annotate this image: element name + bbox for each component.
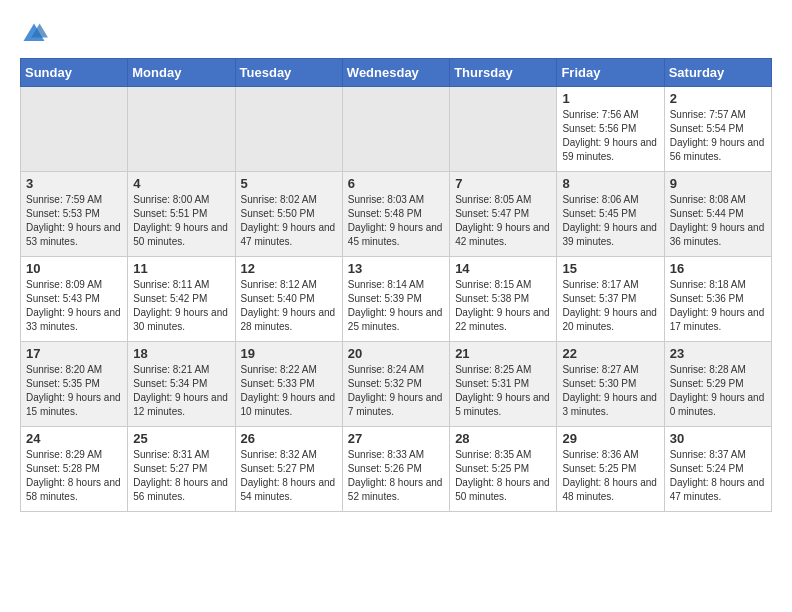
day-cell: 19Sunrise: 8:22 AMSunset: 5:33 PMDayligh… bbox=[235, 342, 342, 427]
day-cell: 10Sunrise: 8:09 AMSunset: 5:43 PMDayligh… bbox=[21, 257, 128, 342]
day-number: 10 bbox=[26, 261, 122, 276]
header-wednesday: Wednesday bbox=[342, 59, 449, 87]
week-row-3: 10Sunrise: 8:09 AMSunset: 5:43 PMDayligh… bbox=[21, 257, 772, 342]
day-info: Sunrise: 7:57 AMSunset: 5:54 PMDaylight:… bbox=[670, 109, 765, 162]
day-number: 27 bbox=[348, 431, 444, 446]
header-sunday: Sunday bbox=[21, 59, 128, 87]
day-cell bbox=[342, 87, 449, 172]
day-info: Sunrise: 8:29 AMSunset: 5:28 PMDaylight:… bbox=[26, 449, 121, 502]
day-cell: 2Sunrise: 7:57 AMSunset: 5:54 PMDaylight… bbox=[664, 87, 771, 172]
week-row-5: 24Sunrise: 8:29 AMSunset: 5:28 PMDayligh… bbox=[21, 427, 772, 512]
day-cell: 23Sunrise: 8:28 AMSunset: 5:29 PMDayligh… bbox=[664, 342, 771, 427]
day-number: 30 bbox=[670, 431, 766, 446]
logo bbox=[20, 20, 52, 48]
day-number: 1 bbox=[562, 91, 658, 106]
day-info: Sunrise: 8:22 AMSunset: 5:33 PMDaylight:… bbox=[241, 364, 336, 417]
day-info: Sunrise: 8:32 AMSunset: 5:27 PMDaylight:… bbox=[241, 449, 336, 502]
day-cell: 4Sunrise: 8:00 AMSunset: 5:51 PMDaylight… bbox=[128, 172, 235, 257]
day-cell: 16Sunrise: 8:18 AMSunset: 5:36 PMDayligh… bbox=[664, 257, 771, 342]
day-cell bbox=[235, 87, 342, 172]
day-number: 26 bbox=[241, 431, 337, 446]
day-cell: 12Sunrise: 8:12 AMSunset: 5:40 PMDayligh… bbox=[235, 257, 342, 342]
day-cell bbox=[128, 87, 235, 172]
week-row-2: 3Sunrise: 7:59 AMSunset: 5:53 PMDaylight… bbox=[21, 172, 772, 257]
day-number: 3 bbox=[26, 176, 122, 191]
day-number: 29 bbox=[562, 431, 658, 446]
week-row-4: 17Sunrise: 8:20 AMSunset: 5:35 PMDayligh… bbox=[21, 342, 772, 427]
header-thursday: Thursday bbox=[450, 59, 557, 87]
day-cell: 17Sunrise: 8:20 AMSunset: 5:35 PMDayligh… bbox=[21, 342, 128, 427]
day-cell: 8Sunrise: 8:06 AMSunset: 5:45 PMDaylight… bbox=[557, 172, 664, 257]
day-info: Sunrise: 8:14 AMSunset: 5:39 PMDaylight:… bbox=[348, 279, 443, 332]
day-info: Sunrise: 8:05 AMSunset: 5:47 PMDaylight:… bbox=[455, 194, 550, 247]
day-info: Sunrise: 8:27 AMSunset: 5:30 PMDaylight:… bbox=[562, 364, 657, 417]
day-number: 17 bbox=[26, 346, 122, 361]
day-cell: 25Sunrise: 8:31 AMSunset: 5:27 PMDayligh… bbox=[128, 427, 235, 512]
day-info: Sunrise: 8:12 AMSunset: 5:40 PMDaylight:… bbox=[241, 279, 336, 332]
day-number: 2 bbox=[670, 91, 766, 106]
day-number: 12 bbox=[241, 261, 337, 276]
day-info: Sunrise: 7:59 AMSunset: 5:53 PMDaylight:… bbox=[26, 194, 121, 247]
day-cell: 5Sunrise: 8:02 AMSunset: 5:50 PMDaylight… bbox=[235, 172, 342, 257]
day-cell bbox=[450, 87, 557, 172]
header-monday: Monday bbox=[128, 59, 235, 87]
day-info: Sunrise: 8:24 AMSunset: 5:32 PMDaylight:… bbox=[348, 364, 443, 417]
day-info: Sunrise: 8:03 AMSunset: 5:48 PMDaylight:… bbox=[348, 194, 443, 247]
day-info: Sunrise: 8:37 AMSunset: 5:24 PMDaylight:… bbox=[670, 449, 765, 502]
day-info: Sunrise: 8:35 AMSunset: 5:25 PMDaylight:… bbox=[455, 449, 550, 502]
day-number: 18 bbox=[133, 346, 229, 361]
day-number: 23 bbox=[670, 346, 766, 361]
day-info: Sunrise: 8:28 AMSunset: 5:29 PMDaylight:… bbox=[670, 364, 765, 417]
day-info: Sunrise: 8:25 AMSunset: 5:31 PMDaylight:… bbox=[455, 364, 550, 417]
day-cell: 6Sunrise: 8:03 AMSunset: 5:48 PMDaylight… bbox=[342, 172, 449, 257]
day-cell: 13Sunrise: 8:14 AMSunset: 5:39 PMDayligh… bbox=[342, 257, 449, 342]
day-info: Sunrise: 8:21 AMSunset: 5:34 PMDaylight:… bbox=[133, 364, 228, 417]
day-cell: 18Sunrise: 8:21 AMSunset: 5:34 PMDayligh… bbox=[128, 342, 235, 427]
day-number: 19 bbox=[241, 346, 337, 361]
logo-icon bbox=[20, 20, 48, 48]
day-cell: 7Sunrise: 8:05 AMSunset: 5:47 PMDaylight… bbox=[450, 172, 557, 257]
day-number: 28 bbox=[455, 431, 551, 446]
day-cell: 3Sunrise: 7:59 AMSunset: 5:53 PMDaylight… bbox=[21, 172, 128, 257]
day-cell: 24Sunrise: 8:29 AMSunset: 5:28 PMDayligh… bbox=[21, 427, 128, 512]
day-cell: 28Sunrise: 8:35 AMSunset: 5:25 PMDayligh… bbox=[450, 427, 557, 512]
day-number: 14 bbox=[455, 261, 551, 276]
day-info: Sunrise: 8:15 AMSunset: 5:38 PMDaylight:… bbox=[455, 279, 550, 332]
day-cell: 26Sunrise: 8:32 AMSunset: 5:27 PMDayligh… bbox=[235, 427, 342, 512]
day-info: Sunrise: 8:08 AMSunset: 5:44 PMDaylight:… bbox=[670, 194, 765, 247]
header-tuesday: Tuesday bbox=[235, 59, 342, 87]
day-number: 9 bbox=[670, 176, 766, 191]
day-info: Sunrise: 8:02 AMSunset: 5:50 PMDaylight:… bbox=[241, 194, 336, 247]
day-number: 24 bbox=[26, 431, 122, 446]
day-number: 4 bbox=[133, 176, 229, 191]
day-cell: 21Sunrise: 8:25 AMSunset: 5:31 PMDayligh… bbox=[450, 342, 557, 427]
day-info: Sunrise: 8:06 AMSunset: 5:45 PMDaylight:… bbox=[562, 194, 657, 247]
week-row-1: 1Sunrise: 7:56 AMSunset: 5:56 PMDaylight… bbox=[21, 87, 772, 172]
day-info: Sunrise: 8:36 AMSunset: 5:25 PMDaylight:… bbox=[562, 449, 657, 502]
header-row: SundayMondayTuesdayWednesdayThursdayFrid… bbox=[21, 59, 772, 87]
day-number: 13 bbox=[348, 261, 444, 276]
day-number: 6 bbox=[348, 176, 444, 191]
day-number: 16 bbox=[670, 261, 766, 276]
day-cell: 14Sunrise: 8:15 AMSunset: 5:38 PMDayligh… bbox=[450, 257, 557, 342]
day-number: 5 bbox=[241, 176, 337, 191]
day-info: Sunrise: 8:11 AMSunset: 5:42 PMDaylight:… bbox=[133, 279, 228, 332]
day-number: 25 bbox=[133, 431, 229, 446]
day-cell: 11Sunrise: 8:11 AMSunset: 5:42 PMDayligh… bbox=[128, 257, 235, 342]
day-cell: 1Sunrise: 7:56 AMSunset: 5:56 PMDaylight… bbox=[557, 87, 664, 172]
day-info: Sunrise: 8:20 AMSunset: 5:35 PMDaylight:… bbox=[26, 364, 121, 417]
day-info: Sunrise: 8:09 AMSunset: 5:43 PMDaylight:… bbox=[26, 279, 121, 332]
day-number: 7 bbox=[455, 176, 551, 191]
day-cell: 15Sunrise: 8:17 AMSunset: 5:37 PMDayligh… bbox=[557, 257, 664, 342]
header bbox=[20, 20, 772, 48]
day-cell bbox=[21, 87, 128, 172]
day-cell: 29Sunrise: 8:36 AMSunset: 5:25 PMDayligh… bbox=[557, 427, 664, 512]
day-info: Sunrise: 8:00 AMSunset: 5:51 PMDaylight:… bbox=[133, 194, 228, 247]
day-number: 15 bbox=[562, 261, 658, 276]
day-info: Sunrise: 8:31 AMSunset: 5:27 PMDaylight:… bbox=[133, 449, 228, 502]
day-number: 21 bbox=[455, 346, 551, 361]
day-number: 11 bbox=[133, 261, 229, 276]
day-info: Sunrise: 8:17 AMSunset: 5:37 PMDaylight:… bbox=[562, 279, 657, 332]
calendar-table: SundayMondayTuesdayWednesdayThursdayFrid… bbox=[20, 58, 772, 512]
day-number: 8 bbox=[562, 176, 658, 191]
